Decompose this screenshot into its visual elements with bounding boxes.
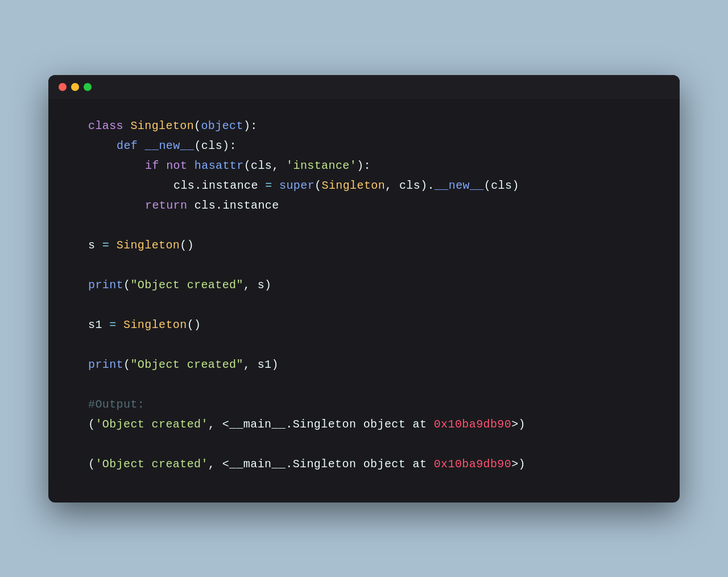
blank-line-17 bbox=[88, 434, 651, 454]
code-line-11: s1 = Singleton() bbox=[88, 315, 651, 335]
code-editor: class Singleton(object): def __new__(cls… bbox=[48, 99, 680, 503]
blank-line-8 bbox=[88, 255, 651, 275]
code-line-5: return cls.instance bbox=[88, 196, 651, 215]
code-line-13: print("Object created", s1) bbox=[88, 355, 651, 375]
code-line-9: print("Object created", s) bbox=[88, 275, 651, 295]
code-window: class Singleton(object): def __new__(cls… bbox=[48, 75, 680, 503]
code-line-3: if not hasattr(cls, 'instance'): bbox=[88, 156, 651, 176]
maximize-button[interactable] bbox=[84, 83, 92, 91]
code-line-7: s = Singleton() bbox=[88, 235, 651, 255]
blank-line-14 bbox=[88, 375, 651, 395]
code-line-18: ('Object created', <__main__.Singleton o… bbox=[88, 454, 651, 474]
close-button[interactable] bbox=[59, 83, 67, 91]
code-line-2: def __new__(cls): bbox=[88, 136, 651, 156]
titlebar bbox=[48, 75, 680, 99]
blank-line-12 bbox=[88, 335, 651, 355]
code-line-16: ('Object created', <__main__.Singleton o… bbox=[88, 414, 651, 434]
code-line-15: #Output: bbox=[88, 395, 651, 414]
code-line-1: class Singleton(object): bbox=[88, 116, 651, 136]
blank-line-6 bbox=[88, 215, 651, 235]
code-line-4: cls.instance = super(Singleton, cls).__n… bbox=[88, 176, 651, 196]
minimize-button[interactable] bbox=[71, 83, 79, 91]
blank-line-10 bbox=[88, 295, 651, 315]
